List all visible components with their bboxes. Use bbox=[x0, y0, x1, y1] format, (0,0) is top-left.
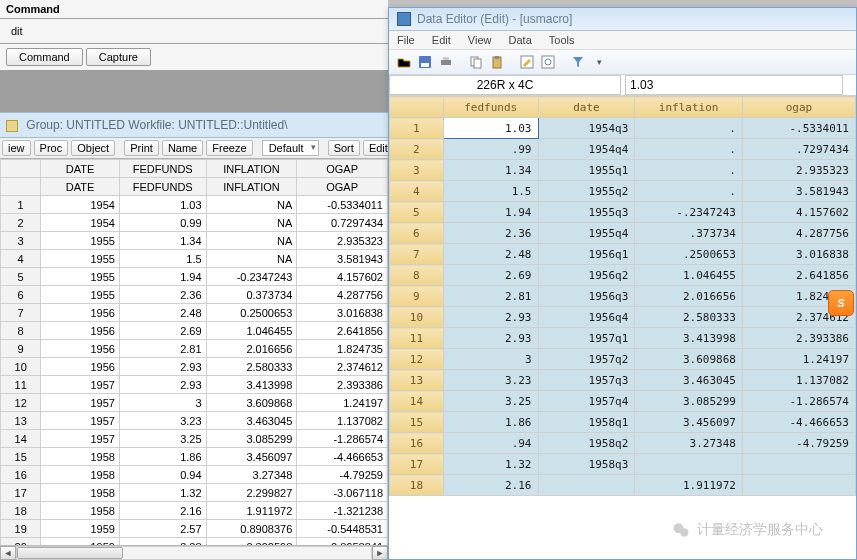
proc-button[interactable]: Proc bbox=[34, 140, 69, 156]
cell-fedfunds[interactable]: 3 bbox=[119, 394, 206, 412]
cell-inflation[interactable]: 3.609868 bbox=[206, 394, 297, 412]
table-row[interactable]: 419551.5NA3.581943 bbox=[1, 250, 388, 268]
cell-date[interactable]: 1955 bbox=[41, 268, 120, 286]
stata-header-fedfunds[interactable]: fedfunds bbox=[443, 97, 538, 118]
row-header[interactable]: 7 bbox=[390, 244, 444, 265]
cell-fedfunds[interactable]: 2.36 bbox=[443, 223, 538, 244]
cell-ogap[interactable]: 4.157602 bbox=[742, 202, 855, 223]
table-row[interactable]: 1419573.253.085299-1.286574 bbox=[1, 430, 388, 448]
cell-ogap[interactable]: -1.286574 bbox=[297, 430, 388, 448]
row-header[interactable]: 1 bbox=[1, 196, 41, 214]
cell-fedfunds[interactable]: 2.36 bbox=[119, 286, 206, 304]
row-header[interactable]: 19 bbox=[1, 520, 41, 538]
row-header[interactable]: 5 bbox=[390, 202, 444, 223]
table-row[interactable]: 112.931957q13.4139982.393386 bbox=[390, 328, 856, 349]
table-row[interactable]: 16.941958q23.27348-4.79259 bbox=[390, 433, 856, 454]
cell-inflation[interactable]: NA bbox=[206, 196, 297, 214]
table-row[interactable]: 1119572.933.4139982.393386 bbox=[1, 376, 388, 394]
cell-date[interactable]: 1958q3 bbox=[538, 454, 635, 475]
cell-inflation[interactable]: 3.456097 bbox=[206, 448, 297, 466]
cell-date[interactable]: 1954q3 bbox=[538, 118, 635, 139]
cell-inflation[interactable]: . bbox=[635, 118, 743, 139]
style-select[interactable]: Default bbox=[262, 140, 319, 156]
table-row[interactable]: 1619580.943.27348-4.79259 bbox=[1, 466, 388, 484]
ev-header-inflation[interactable]: INFLATION bbox=[206, 160, 297, 178]
row-header[interactable]: 6 bbox=[1, 286, 41, 304]
table-row[interactable]: 31.341955q1.2.935323 bbox=[390, 160, 856, 181]
table-row[interactable]: 219540.99NA0.7297434 bbox=[1, 214, 388, 232]
cell-fedfunds[interactable]: 2.93 bbox=[443, 307, 538, 328]
browse-mode-icon[interactable] bbox=[539, 53, 557, 71]
cell-ogap[interactable]: 1.137082 bbox=[742, 370, 855, 391]
name-button[interactable]: Name bbox=[162, 140, 203, 156]
cell-fedfunds[interactable]: 2.93 bbox=[443, 328, 538, 349]
cell-inflation[interactable]: -0.2347243 bbox=[206, 268, 297, 286]
row-header[interactable]: 3 bbox=[390, 160, 444, 181]
cell-inflation[interactable]: 3.463045 bbox=[635, 370, 743, 391]
cell-fedfunds[interactable]: 1.5 bbox=[119, 250, 206, 268]
cell-inflation[interactable]: NA bbox=[206, 214, 297, 232]
row-header[interactable]: 5 bbox=[1, 268, 41, 286]
cell-ogap[interactable]: 3.016838 bbox=[297, 304, 388, 322]
table-row[interactable]: 182.161.911972 bbox=[390, 475, 856, 496]
dropdown-icon[interactable]: ▾ bbox=[590, 53, 608, 71]
cell-fedfunds[interactable]: 1.03 bbox=[443, 118, 538, 139]
cell-fedfunds[interactable]: 2.16 bbox=[443, 475, 538, 496]
table-row[interactable]: 819562.691.0464552.641856 bbox=[1, 322, 388, 340]
cell-ogap[interactable]: 4.157602 bbox=[297, 268, 388, 286]
cell-ogap[interactable]: 1.137082 bbox=[297, 412, 388, 430]
cell-fedfunds[interactable]: 3.23 bbox=[443, 370, 538, 391]
cell-inflation[interactable]: 1.911972 bbox=[635, 475, 743, 496]
cell-ogap[interactable]: -1.321238 bbox=[297, 502, 388, 520]
cell-ogap[interactable]: 0.8658841 bbox=[297, 538, 388, 546]
table-row[interactable]: 72.481956q1.25006533.016838 bbox=[390, 244, 856, 265]
table-row[interactable]: 719562.480.25006533.016838 bbox=[1, 304, 388, 322]
cell-fedfunds[interactable]: .94 bbox=[443, 433, 538, 454]
cell-date[interactable]: 1956 bbox=[41, 322, 120, 340]
cell-inflation[interactable]: 0.373734 bbox=[206, 286, 297, 304]
print-button[interactable]: Print bbox=[124, 140, 159, 156]
cell-date[interactable]: 1959 bbox=[41, 520, 120, 538]
cell-fedfunds[interactable]: 3.08 bbox=[119, 538, 206, 546]
table-row[interactable]: 1819582.161.911972-1.321238 bbox=[1, 502, 388, 520]
stata-header-date[interactable]: date bbox=[538, 97, 635, 118]
cell-ogap[interactable]: 3.581943 bbox=[742, 181, 855, 202]
cell-date[interactable]: 1958 bbox=[41, 502, 120, 520]
cell-date[interactable]: 1955q1 bbox=[538, 160, 635, 181]
cell-date[interactable]: 1956q2 bbox=[538, 265, 635, 286]
ev-header-fedfunds[interactable]: FEDFUNDS bbox=[119, 160, 206, 178]
table-row[interactable]: 1019562.932.5803332.374612 bbox=[1, 358, 388, 376]
cell-fedfunds[interactable]: .99 bbox=[443, 139, 538, 160]
cell-fedfunds[interactable]: 0.99 bbox=[119, 214, 206, 232]
menu-tools[interactable]: Tools bbox=[549, 34, 575, 46]
row-header[interactable]: 1 bbox=[390, 118, 444, 139]
cell-ogap[interactable]: -.5334011 bbox=[742, 118, 855, 139]
cell-inflation[interactable]: 3.085299 bbox=[206, 430, 297, 448]
menu-data[interactable]: Data bbox=[509, 34, 532, 46]
cell-ogap[interactable]: 2.935323 bbox=[297, 232, 388, 250]
table-row[interactable]: 171.321958q3 bbox=[390, 454, 856, 475]
cell-date[interactable]: 1958 bbox=[41, 484, 120, 502]
cell-date[interactable]: 1957q4 bbox=[538, 391, 635, 412]
cell-inflation[interactable]: . bbox=[635, 160, 743, 181]
row-header[interactable]: 2 bbox=[390, 139, 444, 160]
horizontal-scrollbar[interactable]: ◄ ► bbox=[0, 545, 388, 560]
cell-inflation[interactable]: 3.085299 bbox=[635, 391, 743, 412]
cell-inflation[interactable]: . bbox=[635, 181, 743, 202]
cell-ogap[interactable]: 2.374612 bbox=[297, 358, 388, 376]
cell-inflation[interactable]: 1.046455 bbox=[635, 265, 743, 286]
cell-inflation[interactable]: 0.390598 bbox=[206, 538, 297, 546]
row-header[interactable]: 11 bbox=[1, 376, 41, 394]
table-row[interactable]: 1319573.233.4630451.137082 bbox=[1, 412, 388, 430]
table-row[interactable]: 62.361955q4.3737344.287756 bbox=[390, 223, 856, 244]
row-header[interactable]: 20 bbox=[1, 538, 41, 546]
row-header[interactable]: 12 bbox=[390, 349, 444, 370]
menu-edit[interactable]: Edit bbox=[432, 34, 451, 46]
value-box[interactable] bbox=[625, 75, 843, 95]
cell-fedfunds[interactable]: 2.48 bbox=[119, 304, 206, 322]
menu-view[interactable]: View bbox=[468, 34, 492, 46]
cell-date[interactable]: 1955 bbox=[41, 286, 120, 304]
cell-date[interactable]: 1957q1 bbox=[538, 328, 635, 349]
table-row[interactable]: 1719581.322.299827-3.067118 bbox=[1, 484, 388, 502]
cell-inflation[interactable]: 3.413998 bbox=[635, 328, 743, 349]
